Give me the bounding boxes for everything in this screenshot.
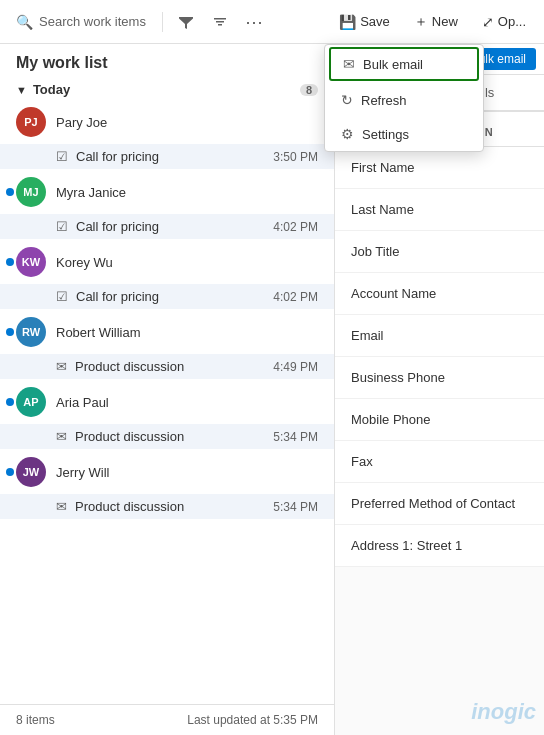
unread-dot [6, 468, 14, 476]
contact-group: KWKorey Wu☑Call for pricing4:02 PM [0, 241, 334, 309]
left-footer: 8 items Last updated at 5:35 PM [0, 704, 334, 735]
contact-row[interactable]: KWKorey Wu [0, 241, 334, 283]
contact-name: Robert William [56, 325, 141, 340]
field-row[interactable]: Mobile Phone [335, 399, 544, 441]
items-count: 8 items [16, 713, 55, 727]
work-list: PJPary Joe☑Call for pricing3:50 PMMJMyra… [0, 101, 334, 704]
activity-row[interactable]: ✉Product discussion5:34 PM [0, 494, 334, 519]
options-button[interactable]: ⤢ Op... [472, 10, 536, 34]
email-icon: ✉ [56, 499, 67, 514]
new-button[interactable]: ＋ New [404, 9, 468, 35]
right-panel-content: CONTACT INFORMATION First NameLast NameJ… [335, 112, 544, 567]
activity-row[interactable]: ☑Call for pricing3:50 PM [0, 144, 334, 169]
checkbox-icon: ☑ [56, 149, 68, 164]
field-label: Account Name [351, 286, 436, 301]
more-button[interactable]: ⋯ [239, 7, 269, 37]
section-header: ▼ Today 8 [0, 78, 334, 101]
field-label: Last Name [351, 202, 414, 217]
settings-menu-item[interactable]: ⚙ Settings [325, 117, 483, 151]
contact-name: Korey Wu [56, 255, 113, 270]
field-row[interactable]: Address 1: Street 1 [335, 525, 544, 567]
unread-dot [6, 398, 14, 406]
activity-text: Product discussion [75, 499, 273, 514]
last-updated: Last updated at 5:35 PM [187, 713, 318, 727]
field-label: First Name [351, 160, 415, 175]
activity-text: Call for pricing [76, 289, 273, 304]
contact-name: Myra Janice [56, 185, 126, 200]
field-label: Address 1: Street 1 [351, 538, 462, 553]
refresh-menu-item[interactable]: ↻ Refresh [325, 83, 483, 117]
activity-row[interactable]: ✉Product discussion5:34 PM [0, 424, 334, 449]
contact-name: Aria Paul [56, 395, 109, 410]
field-row[interactable]: Account Name [335, 273, 544, 315]
sort-button[interactable] [205, 7, 235, 37]
bulk-email-icon: ✉ [343, 56, 355, 72]
new-icon: ＋ [414, 13, 428, 31]
checkbox-icon: ☑ [56, 289, 68, 304]
contact-row[interactable]: MJMyra Janice [0, 171, 334, 213]
field-row[interactable]: Last Name [335, 189, 544, 231]
field-row[interactable]: Preferred Method of Contact [335, 483, 544, 525]
avatar: MJ [16, 177, 46, 207]
field-row[interactable]: Job Title [335, 231, 544, 273]
activity-time: 5:34 PM [273, 500, 318, 514]
activity-text: Product discussion [75, 429, 273, 444]
avatar: JW [16, 457, 46, 487]
activity-time: 3:50 PM [273, 150, 318, 164]
inogic-watermark: inogic [471, 699, 536, 725]
activity-row[interactable]: ☑Call for pricing4:02 PM [0, 284, 334, 309]
field-row[interactable]: Email [335, 315, 544, 357]
field-label: Business Phone [351, 370, 445, 385]
search-placeholder: Search work items [39, 14, 146, 29]
activity-time: 4:02 PM [273, 220, 318, 234]
activity-time: 4:49 PM [273, 360, 318, 374]
contact-group: JWJerry Will✉Product discussion5:34 PM [0, 451, 334, 519]
activity-text: Call for pricing [76, 149, 273, 164]
toolbar: 🔍 Search work items ⋯ 💾 Save ＋ New ⤢ Op.… [0, 0, 544, 44]
avatar: RW [16, 317, 46, 347]
contact-group: APAria Paul✉Product discussion5:34 PM [0, 381, 334, 449]
search-area[interactable]: 🔍 Search work items [8, 10, 154, 34]
unread-dot [6, 328, 14, 336]
field-row[interactable]: Fax [335, 441, 544, 483]
activity-time: 5:34 PM [273, 430, 318, 444]
contact-name: Pary Joe [56, 115, 107, 130]
field-row[interactable]: First Name [335, 147, 544, 189]
field-label: Mobile Phone [351, 412, 431, 427]
activity-row[interactable]: ☑Call for pricing4:02 PM [0, 214, 334, 239]
settings-icon: ⚙ [341, 126, 354, 142]
contact-row[interactable]: PJPary Joe [0, 101, 334, 143]
activity-time: 4:02 PM [273, 290, 318, 304]
contact-group: PJPary Joe☑Call for pricing3:50 PM [0, 101, 334, 169]
avatar: PJ [16, 107, 46, 137]
left-panel: My work list ▼ Today 8 PJPary Joe☑Call f… [0, 44, 335, 735]
field-row[interactable]: Business Phone [335, 357, 544, 399]
save-button[interactable]: 💾 Save [329, 10, 400, 34]
checkbox-icon: ☑ [56, 219, 68, 234]
activity-text: Call for pricing [76, 219, 273, 234]
options-icon: ⤢ [482, 14, 494, 30]
unread-dot [6, 258, 14, 266]
contact-name: Jerry Will [56, 465, 109, 480]
contact-group: RWRobert William✉Product discussion4:49 … [0, 311, 334, 379]
refresh-icon: ↻ [341, 92, 353, 108]
activity-row[interactable]: ✉Product discussion4:49 PM [0, 354, 334, 379]
filter-button[interactable] [171, 7, 201, 37]
dropdown-menu: ✉ Bulk email ↻ Refresh ⚙ Settings [324, 44, 484, 152]
unread-dot [6, 188, 14, 196]
search-icon: 🔍 [16, 14, 33, 30]
email-icon: ✉ [56, 359, 67, 374]
contact-row[interactable]: RWRobert William [0, 311, 334, 353]
bulk-email-menu-item[interactable]: ✉ Bulk email [329, 47, 479, 81]
activity-text: Product discussion [75, 359, 273, 374]
separator-1 [162, 12, 163, 32]
field-label: Email [351, 328, 384, 343]
save-icon: 💾 [339, 14, 356, 30]
panel-title: My work list [0, 44, 334, 78]
avatar: KW [16, 247, 46, 277]
avatar: AP [16, 387, 46, 417]
field-label: Preferred Method of Contact [351, 496, 515, 511]
contact-row[interactable]: JWJerry Will [0, 451, 334, 493]
chevron-icon: ▼ [16, 84, 27, 96]
contact-row[interactable]: APAria Paul [0, 381, 334, 423]
